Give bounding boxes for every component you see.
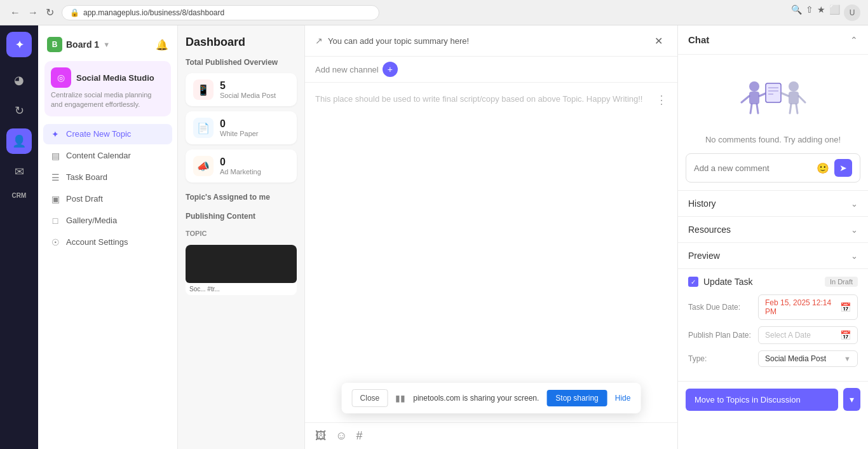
sidebar-item-content-calendar[interactable]: ▤ Content Calendar [43, 146, 172, 166]
image-toolbar-icon[interactable]: 🖼 [315, 429, 327, 443]
zoom-icon[interactable]: 🔍 [791, 4, 802, 21]
studio-card-header: ◎ Social Media Studio [51, 67, 165, 88]
type-label: Type: [688, 354, 758, 363]
publishing-section: Publishing Content TOPIC Soc... #tr... [186, 212, 297, 295]
send-comment-button[interactable]: ➤ [834, 159, 852, 177]
main-content-area: ↗ You can add your topic summary here! ✕… [305, 25, 677, 449]
profile-avatar[interactable]: U [844, 4, 860, 21]
overview-card-ad[interactable]: 📣 0 Ad Marketing [186, 149, 297, 183]
editor-toolbar: 🖼 ☺ # [305, 422, 677, 449]
white-paper-count: 0 [220, 118, 259, 130]
svg-point-0 [749, 81, 759, 92]
sidebar-item-task-board[interactable]: ☰ Task Board [43, 167, 172, 188]
resources-accordion-header[interactable]: Resources ⌄ [678, 217, 868, 242]
board-name[interactable]: B Board 1 ▼ [47, 37, 110, 52]
studio-card: ◎ Social Media Studio Centralize social … [44, 61, 171, 116]
add-channel-label: Add new channel [315, 65, 379, 74]
sidebar-item-post-draft[interactable]: ▣ Post Draft [43, 189, 172, 209]
browser-actions: 🔍 ⇧ ★ ⬜ U [791, 4, 860, 21]
move-to-topics-button[interactable]: Move to Topics in Discussion [686, 389, 838, 411]
add-channel-button[interactable]: Add new channel + [315, 62, 398, 77]
sidebar-item-gallery-media[interactable]: □ Gallery/Media [43, 211, 172, 231]
forward-button[interactable]: → [25, 5, 41, 20]
notification-bell-icon[interactable]: 🔔 [156, 39, 168, 51]
icon-bar-refresh[interactable]: ↻ [6, 98, 32, 123]
banner-close-button[interactable]: Close [352, 389, 388, 407]
no-comments-illustration [735, 74, 811, 125]
comment-input-area: 🙂 ➤ [686, 153, 860, 183]
emoji-toolbar-icon[interactable]: ☺ [336, 429, 347, 443]
browser-chrome: ← → ↻ 🔒 app.manageplus.io/business/8/das… [0, 0, 868, 25]
share-icon[interactable]: ⇧ [806, 4, 813, 21]
task-due-date-field: Task Due Date: Feb 15, 2025 12:14 PM 📅 [688, 294, 858, 320]
overview-card-info: 5 Social Media Post [220, 80, 276, 99]
sidebar-item-label: Post Draft [66, 194, 103, 204]
studio-icon: ◎ [51, 67, 71, 88]
topic-thumbnail [186, 245, 297, 283]
update-task-section: ✓ Update Task In Draft Task Due Date: Fe… [678, 268, 868, 381]
preview-accordion-header[interactable]: Preview ⌄ [678, 243, 868, 268]
in-draft-badge: In Draft [825, 277, 858, 287]
icon-bar-users[interactable]: 👤 [6, 128, 32, 154]
topic-summary-text: You can add your topic summary here! [328, 36, 469, 46]
icon-bar-mail[interactable]: ✉ [6, 159, 32, 184]
overview-card-social[interactable]: 📱 5 Social Media Post [186, 73, 297, 106]
type-dropdown-icon: ▼ [844, 355, 851, 363]
hashtag-toolbar-icon[interactable]: # [356, 429, 362, 443]
comment-emoji-icon[interactable]: 🙂 [817, 162, 829, 174]
sidebar-item-account-settings[interactable]: ☉ Account Settings [43, 232, 172, 252]
comment-input[interactable] [694, 163, 811, 173]
content-row: ✦ ◕ ↻ 👤 ✉ CRM B Board 1 ▼ 🔔 ◎ Social Med… [0, 25, 868, 449]
overview-card-whitepaper[interactable]: 📄 0 White Paper [186, 111, 297, 144]
screen-share-banner: Close ▮▮ pinetools.com is sharing your s… [342, 383, 641, 413]
svg-rect-11 [789, 92, 799, 104]
app-logo[interactable]: ✦ [6, 32, 32, 57]
add-channel-plus-icon[interactable]: + [383, 62, 398, 77]
sidebar-item-label: Create New Topic [66, 129, 131, 139]
ad-marketing-count: 0 [220, 156, 261, 168]
icon-bar: ✦ ◕ ↻ 👤 ✉ CRM [0, 25, 38, 449]
stop-sharing-button[interactable]: Stop sharing [546, 390, 607, 406]
right-panel: Chat ⌃ [677, 25, 868, 449]
sidebar-header: B Board 1 ▼ 🔔 [38, 32, 177, 57]
move-dropdown-button[interactable]: ▾ [843, 388, 860, 411]
task-checkbox[interactable]: ✓ [688, 277, 698, 287]
back-button[interactable]: ← [8, 5, 23, 20]
screen-share-text: pinetools.com is sharing your screen. [413, 394, 539, 403]
icon-bar-crm-label: CRM [12, 192, 27, 199]
icon-bar-compass[interactable]: ◕ [6, 67, 32, 93]
svg-line-15 [796, 104, 797, 113]
sidebar-item-create-new-topic[interactable]: ✦ Create New Topic [43, 124, 172, 144]
publish-date-placeholder: Select A Date [765, 331, 811, 340]
svg-line-5 [757, 104, 758, 113]
editor-area[interactable]: This place should be used to write final… [305, 83, 677, 422]
type-select[interactable]: Social Media Post ▼ [758, 350, 858, 367]
publishing-column-header: TOPIC [186, 227, 297, 240]
update-task-label: Update Task [703, 277, 753, 287]
topic-item[interactable]: Soc... #tr... [186, 245, 297, 295]
chat-chevron-up-icon[interactable]: ⌃ [850, 35, 858, 45]
publish-date-value[interactable]: Select A Date 📅 [758, 326, 858, 344]
account-settings-icon: ☉ [50, 237, 61, 247]
history-accordion-header[interactable]: History ⌄ [678, 191, 868, 216]
lock-icon: 🔒 [70, 8, 79, 17]
close-button[interactable]: ✕ [649, 32, 667, 50]
svg-line-4 [750, 104, 752, 113]
history-accordion: History ⌄ [678, 190, 868, 216]
due-date-value[interactable]: Feb 15, 2025 12:14 PM 📅 [758, 294, 858, 320]
expand-icon[interactable]: ↗ [315, 36, 323, 46]
window-icon[interactable]: ⬜ [829, 4, 840, 21]
overview-card-info: 0 White Paper [220, 118, 259, 137]
history-title: History [688, 198, 716, 209]
svg-rect-1 [749, 92, 759, 104]
ad-marketing-icon: 📣 [193, 156, 214, 176]
studio-description: Centralize social media planning and eng… [51, 90, 165, 110]
hide-button[interactable]: Hide [615, 394, 631, 403]
preview-title: Preview [688, 251, 720, 261]
publishing-label: Publishing Content [186, 212, 297, 221]
board-chevron-icon: ▼ [103, 41, 110, 48]
bookmark-icon[interactable]: ★ [817, 4, 825, 21]
reload-button[interactable]: ↻ [43, 5, 57, 20]
url-bar[interactable]: 🔒 app.manageplus.io/business/8/dashboard [62, 5, 379, 20]
more-options-icon[interactable]: ⋮ [656, 93, 667, 107]
